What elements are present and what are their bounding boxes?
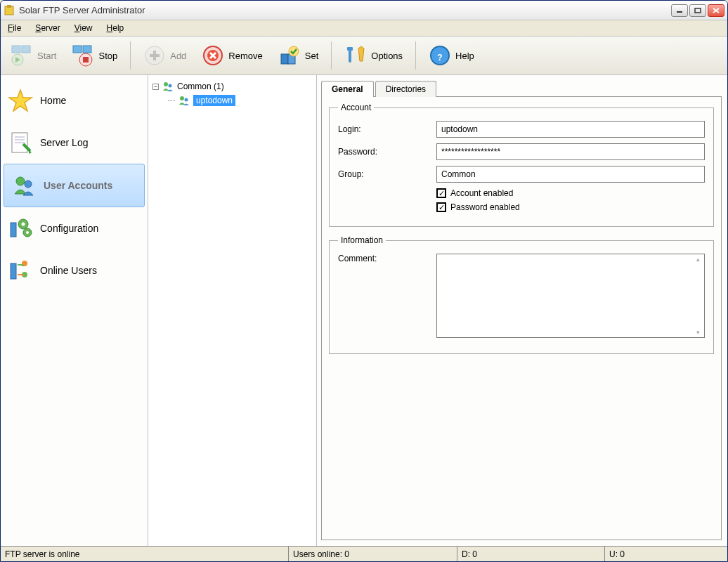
svg-point-46 bbox=[164, 82, 168, 86]
add-label: Add bbox=[170, 51, 186, 61]
status-users-online: Users online: 0 bbox=[289, 547, 457, 561]
tab-directories[interactable]: Directories bbox=[375, 81, 436, 97]
menu-file[interactable]: File bbox=[5, 22, 24, 34]
options-icon bbox=[344, 44, 367, 67]
account-enabled-label: Account enabled bbox=[450, 188, 513, 198]
help-button[interactable]: ? Help bbox=[423, 43, 480, 68]
minimize-button[interactable] bbox=[671, 4, 688, 17]
password-enabled-label: Password enabled bbox=[450, 202, 520, 212]
status-u: U: 0 bbox=[605, 547, 727, 561]
svg-rect-13 bbox=[83, 57, 89, 63]
options-button[interactable]: Options bbox=[339, 43, 408, 68]
svg-point-34 bbox=[16, 177, 25, 185]
content-area: Home Server Log User Accounts Configurat… bbox=[1, 75, 727, 546]
tab-general-body: Account Login: Password: Group: ✓ bbox=[321, 96, 722, 540]
login-label: Login: bbox=[338, 124, 436, 134]
sidebar-item-serverlog[interactable]: Server Log bbox=[1, 122, 148, 164]
svg-point-47 bbox=[169, 84, 172, 88]
remove-button[interactable]: Remove bbox=[196, 43, 268, 68]
svg-rect-11 bbox=[83, 46, 91, 53]
nav-label: User Accounts bbox=[44, 180, 112, 191]
svg-text:?: ? bbox=[437, 53, 442, 63]
nav-label: Configuration bbox=[40, 223, 98, 234]
window-title: Solar FTP Server Administrator bbox=[19, 5, 671, 15]
tree-connector bbox=[168, 100, 175, 101]
svg-rect-3 bbox=[695, 8, 701, 13]
collapse-icon[interactable]: − bbox=[152, 84, 159, 90]
menu-view[interactable]: View bbox=[72, 22, 96, 34]
app-icon bbox=[4, 5, 15, 16]
star-icon bbox=[8, 88, 33, 113]
remove-icon bbox=[202, 44, 224, 67]
nav-label: Server Log bbox=[40, 137, 88, 148]
gear-icon bbox=[8, 216, 33, 241]
stop-icon bbox=[72, 44, 94, 67]
tab-general[interactable]: General bbox=[321, 81, 374, 97]
toolbar-separator bbox=[415, 41, 416, 70]
menu-server[interactable]: Server bbox=[32, 22, 63, 34]
comment-label: Comment: bbox=[338, 254, 436, 263]
account-fieldset: Account Login: Password: Group: ✓ bbox=[329, 103, 714, 227]
svg-rect-6 bbox=[12, 46, 20, 53]
add-button: Add bbox=[138, 43, 192, 68]
svg-point-40 bbox=[26, 231, 29, 234]
nav-label: Home bbox=[40, 95, 66, 106]
sidebar-item-configuration[interactable]: Configuration bbox=[1, 207, 148, 249]
statusbar: FTP server is online Users online: 0 D: … bbox=[1, 546, 727, 561]
group-label: Group: bbox=[338, 169, 436, 179]
stop-button[interactable]: Stop bbox=[66, 43, 123, 68]
information-fieldset: Information Comment: ▴▾ bbox=[329, 235, 714, 354]
group-icon bbox=[162, 81, 174, 92]
set-label: Set bbox=[305, 51, 319, 61]
svg-rect-36 bbox=[11, 223, 16, 237]
account-enabled-checkbox[interactable]: ✓ bbox=[436, 188, 446, 198]
login-input[interactable] bbox=[436, 121, 705, 138]
user-tree[interactable]: − Common (1) uptodown bbox=[148, 75, 317, 546]
comment-textarea[interactable]: ▴▾ bbox=[436, 254, 705, 338]
toolbar-separator bbox=[130, 41, 131, 70]
tabs: General Directories bbox=[321, 79, 722, 96]
group-input[interactable] bbox=[436, 166, 705, 183]
tree-user[interactable]: uptodown bbox=[167, 93, 313, 107]
detail-panel: General Directories Account Login: Passw… bbox=[317, 75, 727, 546]
svg-rect-7 bbox=[22, 46, 30, 53]
close-button[interactable] bbox=[708, 4, 724, 17]
status-server: FTP server is online bbox=[1, 547, 289, 561]
information-legend: Information bbox=[338, 235, 386, 245]
set-button[interactable]: Set bbox=[273, 43, 325, 68]
tree-user-label: uptodown bbox=[193, 95, 235, 106]
toolbar-separator bbox=[331, 41, 332, 70]
tab-label: General bbox=[332, 84, 363, 94]
start-button: Start bbox=[5, 43, 62, 68]
svg-rect-1 bbox=[7, 5, 11, 8]
scrollbar[interactable]: ▴▾ bbox=[693, 256, 703, 336]
sidebar-item-useraccounts[interactable]: User Accounts bbox=[4, 164, 145, 207]
sidebar-item-home[interactable]: Home bbox=[1, 79, 148, 122]
remove-label: Remove bbox=[228, 51, 262, 61]
set-icon bbox=[278, 44, 301, 67]
tab-label: Directories bbox=[386, 84, 426, 94]
maximize-button[interactable] bbox=[689, 4, 706, 17]
sidebar-item-onlineusers[interactable]: Online Users bbox=[1, 249, 148, 292]
tree-group[interactable]: − Common (1) bbox=[151, 79, 313, 93]
add-icon bbox=[143, 44, 166, 67]
password-label: Password: bbox=[338, 147, 436, 157]
password-input[interactable] bbox=[436, 143, 705, 160]
menu-help[interactable]: Help bbox=[104, 22, 127, 34]
start-label: Start bbox=[37, 51, 56, 61]
svg-rect-21 bbox=[281, 54, 288, 64]
svg-marker-28 bbox=[9, 90, 32, 111]
svg-rect-10 bbox=[73, 46, 82, 53]
svg-rect-25 bbox=[347, 47, 353, 51]
status-d: D: 0 bbox=[457, 547, 605, 561]
sidebar: Home Server Log User Accounts Configurat… bbox=[1, 75, 148, 546]
svg-point-48 bbox=[180, 96, 184, 100]
svg-rect-41 bbox=[11, 263, 16, 279]
main-window: Solar FTP Server Administrator File Serv… bbox=[0, 0, 728, 562]
svg-point-49 bbox=[185, 98, 188, 102]
tree-group-label: Common (1) bbox=[177, 81, 224, 91]
password-enabled-checkbox[interactable]: ✓ bbox=[436, 202, 446, 212]
nav-label: Online Users bbox=[40, 265, 97, 276]
window-buttons bbox=[671, 4, 724, 17]
svg-point-38 bbox=[22, 223, 25, 226]
